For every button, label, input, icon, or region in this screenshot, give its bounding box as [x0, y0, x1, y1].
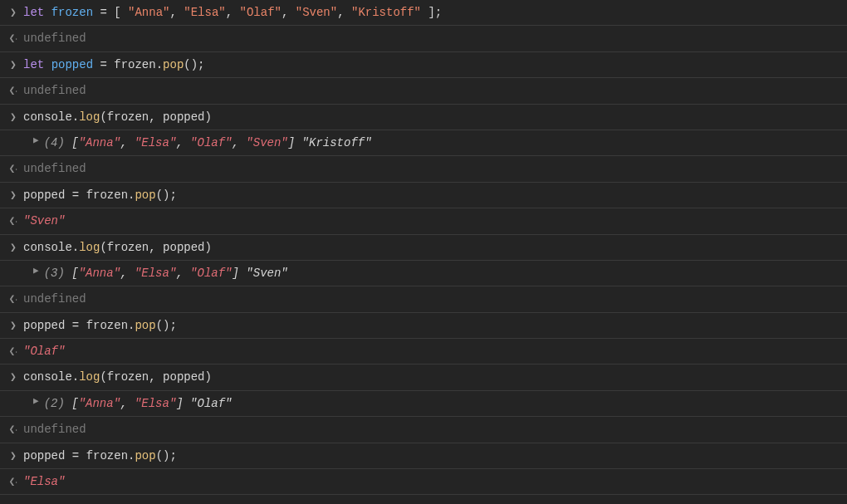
devtools-console: ❯let frozen = [ "Anna", "Elsa", "Olaf", …	[0, 0, 847, 495]
console-result-row: ❮⸱undefined	[0, 156, 847, 182]
console-input-row[interactable]: ❯console.log(frozen, popped)	[0, 235, 847, 261]
token-punct: ,	[149, 110, 163, 124]
comma: ,	[176, 136, 190, 149]
token-str: "Kristoff"	[351, 6, 421, 19]
comma: ,	[176, 267, 190, 280]
comma: ,	[120, 136, 135, 149]
chevron-left-icon: ❮⸱	[3, 291, 23, 308]
token-punct: )	[205, 110, 212, 124]
token-punct: ];	[421, 6, 442, 19]
bracket-open: [	[71, 397, 78, 410]
token-punct: ();	[156, 188, 177, 202]
comma: ,	[120, 397, 135, 410]
log-tail-value: "Kristoff"	[302, 136, 372, 149]
token-punct: )	[205, 370, 212, 384]
token-punct: (	[100, 241, 106, 254]
console-input-row[interactable]: ❯let popped = frozen.pop();	[0, 52, 847, 78]
console-input-row[interactable]: ❯popped = frozen.pop();	[0, 443, 847, 469]
console-log-row[interactable]: ▶(3) ["Anna", "Elsa", "Olaf"] "Sven"	[0, 261, 847, 286]
token-punct: ,	[149, 370, 163, 384]
array-item: "Olaf"	[190, 267, 232, 280]
console-input-code: popped = frozen.pop();	[23, 316, 840, 335]
token-punct: (	[100, 110, 106, 124]
console-result-row: ❮⸱"Olaf"	[0, 339, 847, 365]
chevron-right-icon: ❯	[3, 239, 23, 257]
console-input-row[interactable]: ❯console.log(frozen, popped)	[0, 105, 847, 130]
token-obj: frozen	[114, 58, 155, 71]
chevron-right-icon: ❯	[3, 56, 23, 74]
token-var: popped	[51, 58, 93, 71]
token-var: frozen	[51, 6, 93, 19]
expand-triangle-icon[interactable]: ▶	[33, 394, 39, 409]
log-tail-value: "Sven"	[246, 267, 287, 280]
chevron-left-icon: ❮⸱	[3, 421, 23, 438]
console-result-value: undefined	[23, 29, 840, 47]
token-obj: frozen	[86, 449, 128, 462]
comma: ,	[233, 136, 247, 149]
console-result-value: "Sven"	[23, 212, 840, 230]
console-input-code: console.log(frozen, popped)	[23, 368, 840, 386]
token-punct: ,	[226, 6, 240, 19]
console-result-row: ❮⸱undefined	[0, 78, 847, 104]
console-result-row: ❮⸱undefined	[0, 26, 847, 51]
token-obj: popped	[23, 449, 65, 462]
array-count: (2)	[44, 397, 72, 410]
console-result-value: "Olaf"	[23, 342, 840, 360]
token-obj: frozen	[86, 319, 128, 332]
token-prop: pop	[135, 319, 155, 332]
token-obj: frozen	[86, 188, 128, 202]
token-punct: ,	[282, 6, 296, 19]
console-log-row[interactable]: ▶(2) ["Anna", "Elsa"] "Olaf"	[0, 391, 847, 417]
bracket-open: [	[71, 136, 78, 149]
console-result-value: undefined	[23, 290, 840, 308]
array-count: (4)	[44, 136, 72, 149]
token-punct	[44, 58, 51, 71]
token-str: "Sven"	[296, 6, 337, 19]
comma: ,	[120, 267, 135, 280]
log-tail-value: "Olaf"	[190, 397, 232, 410]
token-punct: .	[72, 241, 79, 254]
console-result-row: ❮⸱"Sven"	[0, 208, 847, 234]
chevron-left-icon: ❮⸱	[3, 343, 23, 360]
console-log-row[interactable]: ▶(4) ["Anna", "Elsa", "Olaf", "Sven"] "K…	[0, 130, 847, 156]
console-input-row[interactable]: ❯popped = frozen.pop();	[0, 183, 847, 208]
expand-triangle-icon[interactable]: ▶	[33, 264, 39, 279]
token-punct: =	[65, 188, 86, 202]
array-item: "Olaf"	[190, 136, 232, 149]
token-str: "Olaf"	[240, 6, 282, 19]
chevron-right-icon: ❯	[3, 369, 23, 386]
token-prop: pop	[135, 449, 155, 462]
array-item: "Sven"	[246, 136, 287, 149]
console-input-code: console.log(frozen, popped)	[23, 238, 840, 257]
chevron-left-icon: ❮⸱	[3, 30, 23, 47]
token-punct: (	[100, 370, 106, 384]
console-result-value: "Elsa"	[23, 472, 840, 491]
token-obj: console	[23, 370, 72, 384]
token-obj: console	[23, 241, 72, 254]
token-obj: popped	[23, 188, 65, 202]
token-punct: ,	[149, 241, 163, 254]
console-input-row[interactable]: ❯console.log(frozen, popped)	[0, 365, 847, 390]
token-punct: = [	[93, 6, 128, 19]
expand-triangle-icon[interactable]: ▶	[33, 134, 39, 149]
array-item: "Elsa"	[135, 397, 176, 410]
chevron-left-icon: ❮⸱	[3, 160, 23, 178]
array-item: "Anna"	[79, 267, 120, 280]
console-log-output: (4) ["Anna", "Elsa", "Olaf", "Sven"] "Kr…	[44, 134, 840, 152]
chevron-right-icon: ❯	[3, 317, 23, 335]
token-punct: ();	[184, 58, 204, 71]
token-kw: let	[23, 58, 44, 71]
token-obj: popped	[163, 110, 204, 124]
console-result-row: ❮⸱"Elsa"	[0, 469, 847, 495]
token-punct: .	[156, 58, 163, 71]
token-str: "Anna"	[128, 6, 169, 19]
console-input-row[interactable]: ❯popped = frozen.pop();	[0, 313, 847, 339]
token-str: "Elsa"	[184, 6, 225, 19]
token-punct: ();	[156, 449, 177, 462]
bracket-close: ]	[233, 267, 247, 280]
chevron-left-icon: ❮⸱	[3, 213, 23, 230]
chevron-right-icon: ❯	[3, 187, 23, 204]
token-prop: log	[79, 370, 100, 384]
token-punct: .	[72, 110, 79, 124]
console-input-row[interactable]: ❯let frozen = [ "Anna", "Elsa", "Olaf", …	[0, 0, 847, 26]
